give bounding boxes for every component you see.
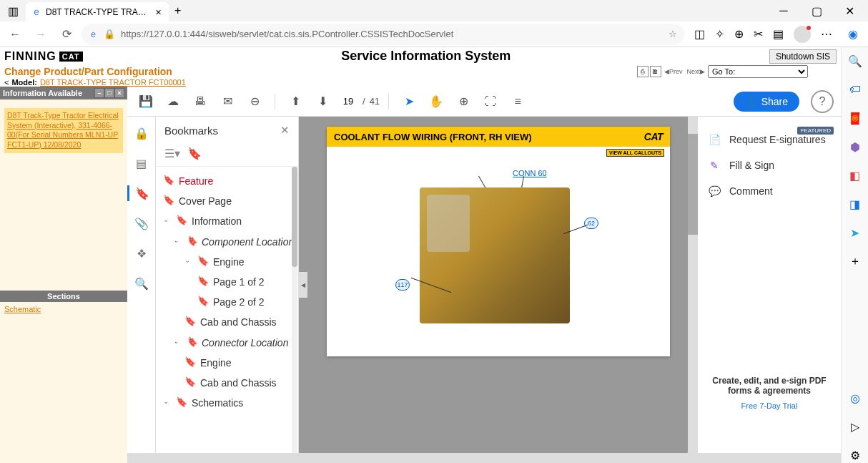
settings-icon[interactable]: ⚙	[847, 447, 863, 463]
lock-icon[interactable]: 🔒	[134, 125, 149, 141]
fill-sign[interactable]: ✎ Fill & Sign	[705, 152, 834, 178]
pdf-vscroll-thumb[interactable]	[688, 134, 698, 235]
favorites-icon[interactable]: ✧	[715, 27, 724, 41]
new-tab-button[interactable]: +	[169, 1, 187, 20]
tab-title: D8T TRACK-TYPE TRACTOR FCT0...	[46, 7, 149, 17]
schematic-link[interactable]: Schematic	[0, 302, 127, 316]
model-link[interactable]: D8T TRACK-TYPE TRACTOR FCT00001	[40, 78, 186, 87]
extensions-icon[interactable]: ◫	[694, 27, 705, 41]
bm-schematics[interactable]: ⌄🔖Schematics	[156, 393, 298, 413]
panel-min-icon[interactable]: –	[94, 88, 104, 98]
layers-icon[interactable]: ❖	[134, 245, 149, 261]
pointer-icon[interactable]: ➤	[398, 90, 420, 113]
bookmarks-icon[interactable]: 🔖	[127, 185, 156, 201]
save-icon[interactable]: 💾	[134, 90, 157, 113]
nav-toolbar: ⎙ 🗎 ◀Prev Next▶ Go To:	[637, 65, 808, 78]
hide-sidebar-icon[interactable]: ▷	[847, 419, 863, 434]
teamviewer-icon[interactable]: ◎	[847, 390, 863, 406]
pdf-canvas[interactable]: ◀ ▶ COOLANT FLOW WIRING (FRONT, RH VIEW)…	[299, 117, 698, 453]
tab-actions-button[interactable]: ▥	[3, 2, 23, 19]
bm-page1[interactable]: 🔖Page 1 of 2	[156, 272, 298, 292]
browser-tab-active[interactable]: ｅ D8T TRACK-TYPE TRACTOR FCT0... ✕	[26, 2, 169, 22]
callout-117[interactable]: 117	[395, 279, 410, 291]
mail-icon[interactable]: ✉	[216, 90, 239, 113]
bm-connector-location[interactable]: ⌄🔖Connector Location	[156, 333, 298, 353]
bm-scroll-thumb[interactable]	[292, 167, 297, 267]
copilot-button[interactable]: ◉	[842, 24, 864, 45]
bm-cab2[interactable]: 🔖Cab and Chassis	[156, 373, 298, 393]
refresh-button[interactable]: ⟳	[56, 24, 77, 45]
collapse-left-handle[interactable]: ◀	[299, 272, 307, 298]
help-icon[interactable]: ?	[811, 90, 834, 113]
view-icon[interactable]: ≡	[506, 90, 529, 113]
outlook-icon[interactable]: ◨	[847, 196, 863, 212]
games-icon[interactable]: ⬢	[847, 139, 863, 155]
request-signatures[interactable]: FEATURED 📄 Request E-signatures	[705, 127, 834, 152]
doc-link[interactable]: D8T Track-Type Tractor Electrical System…	[4, 108, 123, 153]
bm-cab[interactable]: 🔖Cab and Chassis	[156, 312, 298, 332]
shopping-icon[interactable]: 🏷	[847, 82, 863, 97]
minimize-button[interactable]: ─	[768, 1, 799, 21]
fill-icon: ✎	[706, 160, 722, 171]
close-window-button[interactable]: ✕	[834, 1, 865, 21]
bm-component-location[interactable]: ⌄🔖Component Location	[156, 232, 298, 252]
profile-button[interactable]	[794, 26, 811, 43]
bm-engine[interactable]: ⌄🔖Engine	[156, 252, 298, 272]
pdf-hscrollbar[interactable]	[127, 453, 841, 463]
bm-information[interactable]: ⌄🔖Information	[156, 211, 298, 231]
engine-image	[420, 187, 570, 323]
tab-close-icon[interactable]: ✕	[154, 6, 163, 19]
add-app-icon[interactable]: ＋	[847, 253, 863, 269]
more-icon[interactable]: ⋯	[821, 27, 832, 41]
cloud-icon[interactable]: ☁	[162, 90, 184, 113]
shutdown-button[interactable]: Shutdown SIS	[769, 49, 837, 64]
thumbnails-icon[interactable]: ▤	[134, 155, 149, 171]
bm-engine2[interactable]: 🔖Engine	[156, 353, 298, 373]
prev-link[interactable]: ◀Prev	[663, 68, 684, 75]
page-input[interactable]	[338, 96, 358, 107]
attach-icon[interactable]: 📎	[134, 215, 149, 231]
tools-icon[interactable]: 🧧	[847, 110, 863, 126]
bm-options-icon[interactable]: ☰▾	[164, 147, 180, 160]
view-callouts-button[interactable]: VIEW ALL CALLOUTS	[606, 149, 664, 157]
panel-max-icon[interactable]: □	[104, 88, 114, 98]
back-button[interactable]: ←	[4, 24, 26, 45]
bm-pin-icon[interactable]: 🔖	[187, 147, 202, 160]
toolbar-actions: ◫ ✧ ⊕ ✂ ▤ ⋯	[689, 26, 838, 43]
bookmarks-close-icon[interactable]: ✕	[280, 124, 290, 137]
search-sidebar-icon[interactable]: 🔍	[847, 53, 863, 69]
address-bar[interactable]: ｅ 🔒 https://127.0.0.1:444/sisweb/servlet…	[82, 24, 684, 45]
search-icon[interactable]: 🔍	[134, 276, 149, 291]
performance-icon[interactable]: ▤	[773, 27, 784, 41]
bookmarks-tree[interactable]: 🔖Feature 🔖Cover Page ⌄🔖Information ⌄🔖Com…	[156, 166, 298, 453]
print-icon[interactable]: 🖶	[189, 90, 212, 113]
hand-icon[interactable]: ✋	[425, 90, 448, 113]
change-config-link[interactable]: Change Product/Part Configuration	[4, 66, 172, 77]
comment[interactable]: 💬 Comment	[705, 178, 834, 204]
bookmarks-panel: Bookmarks ✕ ☰▾ 🔖 🔖Feature 🔖Cover Page ⌄🔖…	[156, 117, 299, 453]
conn60-link[interactable]: CONN 60	[513, 169, 547, 177]
zoom-out-icon[interactable]: ⊖	[243, 90, 266, 113]
page-down-icon[interactable]: ⬇	[311, 90, 334, 113]
print-icon[interactable]: ⎙	[637, 66, 648, 77]
telegram-icon[interactable]: ➤	[847, 225, 863, 240]
goto-select[interactable]: Go To:	[708, 65, 808, 78]
apps-icon[interactable]: ✂	[754, 27, 763, 41]
forward-button[interactable]: →	[30, 24, 51, 45]
favorite-icon[interactable]: ☆	[669, 29, 677, 39]
m365-icon[interactable]: ◧	[847, 167, 863, 183]
bm-feature[interactable]: 🔖Feature	[156, 171, 298, 191]
doc-icon[interactable]: 🗎	[650, 66, 661, 77]
page-up-icon[interactable]: ⬆	[284, 90, 307, 113]
zoom-in-icon[interactable]: ⊕	[452, 90, 475, 113]
panel-close-icon[interactable]: ×	[114, 88, 124, 98]
maximize-button[interactable]: ▢	[801, 1, 832, 21]
next-link[interactable]: Next▶	[685, 68, 706, 75]
bm-cover[interactable]: 🔖Cover Page	[156, 191, 298, 211]
collections-icon[interactable]: ⊕	[734, 27, 744, 41]
fit-icon[interactable]: ⛶	[479, 90, 502, 113]
bm-page2[interactable]: 🔖Page 2 of 2	[156, 292, 298, 312]
trial-link[interactable]: Free 7-Day Trial	[705, 401, 834, 410]
callout-62[interactable]: 62	[584, 218, 598, 229]
share-button[interactable]: 👤 Share	[734, 92, 799, 112]
